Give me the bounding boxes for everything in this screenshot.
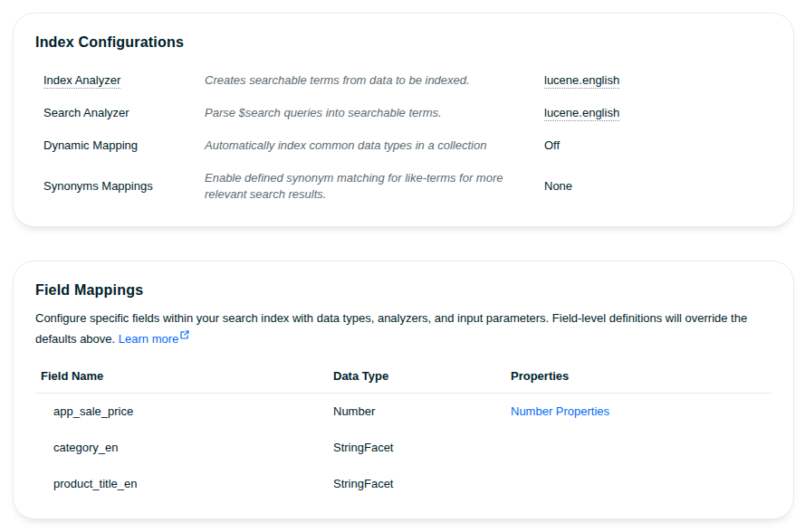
table-row-category-en: category_en StringFacet: [35, 430, 771, 466]
field-mappings-card: Field Mappings Configure specific fields…: [13, 261, 794, 519]
field-mappings-description: Configure specific fields within your se…: [35, 309, 771, 347]
table-header-row: Field Name Data Type Properties: [35, 364, 771, 394]
index-configurations-title: Index Configurations: [35, 33, 771, 51]
field-name-cell: product_title_en: [35, 478, 333, 490]
data-type-cell: StringFacet: [333, 478, 511, 490]
config-description: Creates searchable terms from data to be…: [205, 72, 544, 89]
index-configurations-card: Index Configurations Index Analyzer Crea…: [13, 13, 794, 227]
field-mappings-table: Field Name Data Type Properties app_sale…: [35, 364, 771, 502]
column-header-data-type: Data Type: [333, 369, 511, 384]
field-name-cell: app_sale_price: [35, 405, 333, 418]
config-value: lucene.english: [544, 105, 771, 121]
field-name-cell: category_en: [35, 442, 333, 454]
config-label: Dynamic Mapping: [43, 138, 205, 154]
config-description: Parse $search queries into searchable te…: [205, 105, 544, 121]
learn-more-link[interactable]: Learn more: [119, 332, 189, 346]
number-properties-link[interactable]: Number Properties: [511, 404, 609, 418]
config-row-index-analyzer: Index Analyzer Creates searchable terms …: [43, 72, 771, 89]
config-rows: Index Analyzer Creates searchable terms …: [35, 72, 771, 203]
column-header-properties: Properties: [511, 369, 771, 384]
learn-more-label: Learn more: [119, 332, 178, 346]
config-value: lucene.english: [544, 72, 771, 89]
config-label: Search Analyzer: [43, 105, 205, 121]
config-description: Enable defined synonym matching for like…: [205, 170, 544, 203]
config-row-search-analyzer: Search Analyzer Parse $search queries in…: [43, 105, 771, 121]
data-type-cell: StringFacet: [333, 442, 511, 454]
config-value: Off: [544, 138, 771, 154]
external-link-icon: [180, 327, 189, 344]
config-label: Synonyms Mappings: [43, 178, 205, 195]
data-type-cell: Number: [333, 405, 511, 418]
table-row-app-sale-price: app_sale_price Number Number Properties: [35, 394, 771, 430]
config-value: None: [544, 178, 771, 195]
config-row-synonyms-mappings: Synonyms Mappings Enable defined synonym…: [43, 170, 771, 203]
config-row-dynamic-mapping: Dynamic Mapping Automatically index comm…: [43, 138, 771, 154]
page: { "colors": { "text": "#001E2B", "muted_…: [0, 0, 805, 532]
column-header-field-name: Field Name: [35, 369, 333, 384]
properties-cell: Number Properties: [511, 405, 771, 418]
config-label: Index Analyzer: [43, 72, 205, 89]
config-description: Automatically index common data types in…: [205, 138, 544, 154]
field-mappings-title: Field Mappings: [35, 281, 771, 299]
table-row-product-title-en: product_title_en StringFacet: [35, 466, 771, 502]
